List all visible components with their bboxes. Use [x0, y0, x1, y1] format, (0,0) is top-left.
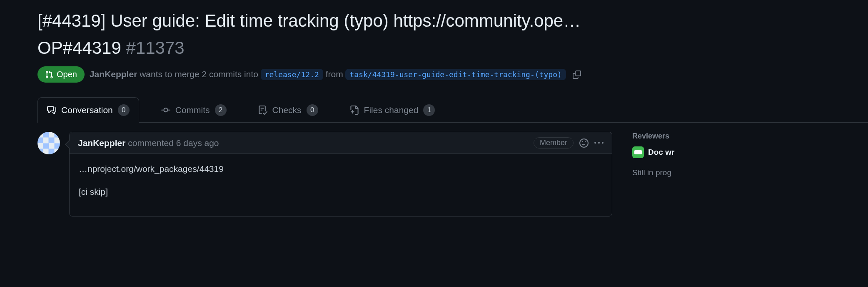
reviewer-name: Doc wr — [648, 148, 674, 157]
tab-label: Files changed — [364, 105, 419, 115]
pr-ref: OP#44319 — [37, 38, 121, 58]
sidebar-reviewers-heading[interactable]: Reviewers — [632, 132, 868, 141]
tab-counter: 0 — [118, 104, 130, 116]
reviewer-item[interactable]: Doc wr — [632, 146, 868, 158]
pr-subheader: Open JanKeppler wants to merge 2 commits… — [37, 66, 868, 83]
comment-box: JanKeppler commented 6 days ago Member …… — [69, 132, 612, 217]
pr-title-line2: OP#44319 #11373 — [37, 37, 868, 59]
git-commit-icon — [161, 106, 170, 115]
tab-label: Checks — [272, 105, 302, 115]
sidebar: Reviewers Doc wr Still in prog — [632, 132, 868, 217]
file-diff-icon — [350, 106, 359, 115]
copy-branch-button[interactable] — [571, 69, 583, 81]
pr-number: #11373 — [126, 38, 185, 58]
tab-conversation[interactable]: Conversation 0 — [37, 97, 139, 123]
comment-body: …nproject.org/work_packages/44319 [ci sk… — [70, 154, 612, 216]
base-branch[interactable]: release/12.2 — [261, 69, 323, 80]
tab-counter: 1 — [423, 104, 435, 116]
checklist-icon — [258, 106, 267, 115]
sidebar-status-text: Still in prog — [632, 168, 868, 177]
pr-tabnav: Conversation 0 Commits 2 Checks 0 Files … — [37, 97, 868, 123]
pr-author-link[interactable]: JanKeppler — [90, 69, 137, 79]
copy-icon — [573, 70, 581, 79]
state-badge-open: Open — [37, 66, 85, 83]
comment-discussion-icon — [47, 106, 56, 115]
tab-files-changed[interactable]: Files changed 1 — [340, 97, 445, 123]
comment-author-avatar[interactable] — [37, 132, 60, 154]
kebab-icon — [594, 138, 604, 148]
tab-counter: 0 — [307, 104, 318, 116]
author-role-badge: Member — [534, 137, 574, 149]
tab-counter: 2 — [215, 104, 227, 116]
tab-checks[interactable]: Checks 0 — [249, 97, 328, 123]
tab-label: Commits — [175, 105, 210, 115]
tab-label: Conversation — [61, 105, 113, 115]
comment-header: JanKeppler commented 6 days ago Member — [70, 132, 612, 154]
merge-summary: JanKeppler wants to merge 2 commits into… — [90, 69, 566, 80]
comment-line: …nproject.org/work_packages/44319 — [79, 162, 603, 176]
state-label: Open — [57, 70, 77, 79]
comment-timestamp[interactable]: 6 days ago — [176, 138, 219, 148]
smiley-icon — [579, 138, 589, 148]
pr-title-line1: [#44319] User guide: Edit time tracking … — [37, 10, 854, 32]
tab-commits[interactable]: Commits 2 — [152, 97, 236, 123]
team-avatar-icon — [632, 146, 644, 158]
git-pull-request-icon — [45, 70, 53, 79]
comment-line: [ci skip] — [79, 185, 603, 199]
comment-author-link[interactable]: JanKeppler — [78, 138, 125, 148]
add-reaction-button[interactable] — [579, 138, 589, 148]
head-branch[interactable]: task/44319-user-guide-edit-time-tracking… — [345, 69, 566, 80]
comment-actions-menu[interactable] — [594, 138, 604, 148]
